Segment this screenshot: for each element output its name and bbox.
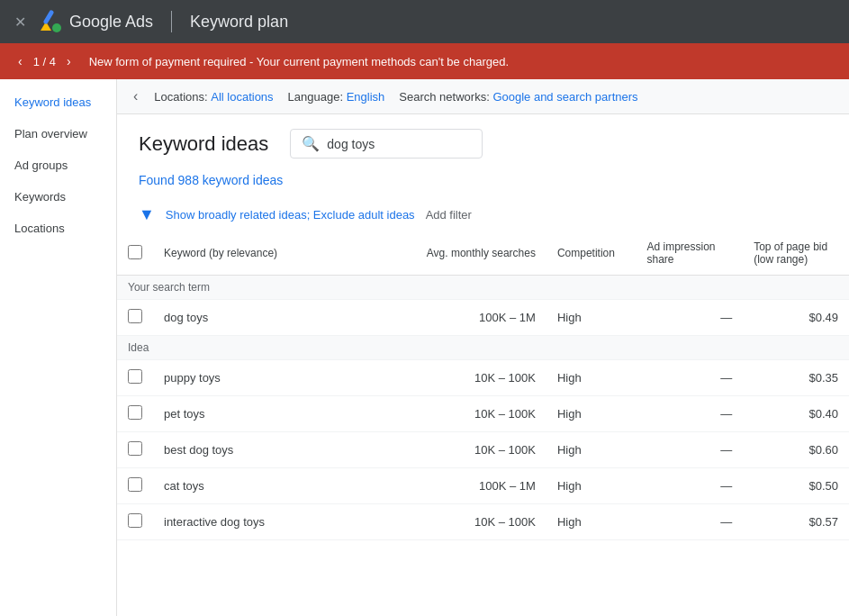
locations-filter: Locations: All locations [154, 90, 273, 104]
table-section-header: Your search term [117, 276, 849, 300]
alert-message: New form of payment required - Your curr… [89, 55, 509, 68]
row-checkbox[interactable] [128, 369, 142, 384]
search-input[interactable] [327, 137, 471, 151]
row-keyword: pet toys [153, 396, 405, 432]
row-avg-searches: 10K – 100K [405, 504, 546, 540]
page-title-topbar: Keyword plan [190, 13, 288, 32]
table-row: puppy toys 10K – 100K High — $0.35 [117, 360, 849, 396]
row-keyword: cat toys [153, 468, 405, 504]
row-ad-impression: — [636, 300, 743, 336]
main-layout: Keyword ideas Plan overview Ad groups Ke… [0, 79, 849, 616]
row-competition: High [546, 396, 637, 432]
row-competition: High [546, 432, 637, 468]
row-avg-searches: 10K – 100K [405, 360, 546, 396]
app-logo: Google Ads [37, 9, 153, 34]
sidebar-item-keyword-ideas[interactable]: Keyword ideas [0, 86, 116, 118]
row-keyword: interactive dog toys [153, 504, 405, 540]
locations-value[interactable]: All locations [211, 90, 273, 104]
content-area: ‹ Locations: All locations Language: Eng… [117, 79, 849, 616]
row-checkbox[interactable] [128, 405, 142, 420]
search-box[interactable]: 🔍 [290, 129, 483, 159]
alert-navigation: ‹ 1 / 4 › [14, 52, 75, 70]
row-keyword: puppy toys [153, 360, 405, 396]
section-label: Your search term [117, 276, 849, 300]
row-top-bid: $0.40 [743, 396, 849, 432]
header-avg-searches: Avg. monthly searches [405, 231, 546, 276]
row-checkbox-cell [117, 300, 153, 336]
results-count: Found 988 keyword ideas [117, 166, 849, 198]
top-bar: ✕ Google Ads Keyword plan [0, 0, 849, 43]
row-ad-impression: — [636, 468, 743, 504]
language-filter: Language: English [288, 90, 385, 104]
language-value[interactable]: English [347, 90, 385, 104]
row-competition: High [546, 300, 637, 336]
sidebar: Keyword ideas Plan overview Ad groups Ke… [0, 79, 117, 616]
row-top-bid: $0.49 [743, 300, 849, 336]
sidebar-item-ad-groups[interactable]: Ad groups [0, 149, 116, 181]
row-ad-impression: — [636, 396, 743, 432]
alert-pagination: 1 / 4 [33, 55, 56, 68]
filter-row: ▼ Show broadly related ideas; Exclude ad… [117, 198, 849, 231]
header-ad-impression: Ad impression share [636, 231, 743, 276]
search-networks-value[interactable]: Google and search partners [492, 90, 637, 104]
filter-link[interactable]: Show broadly related ideas; Exclude adul… [166, 208, 415, 222]
google-ads-logo-icon [37, 9, 62, 34]
table-row: best dog toys 10K – 100K High — $0.60 [117, 432, 849, 468]
row-checkbox[interactable] [128, 441, 142, 456]
select-all-checkbox[interactable] [128, 245, 142, 259]
sidebar-item-keywords[interactable]: Keywords [0, 181, 116, 213]
row-checkbox-cell [117, 504, 153, 540]
header-competition: Competition [546, 231, 637, 276]
header-top-bid: Top of page bid (low range) [743, 231, 849, 276]
sidebar-item-plan-overview[interactable]: Plan overview [0, 118, 116, 149]
row-competition: High [546, 468, 637, 504]
page-header: Keyword ideas 🔍 [117, 114, 849, 166]
row-avg-searches: 100K – 1M [405, 300, 546, 336]
table-row: cat toys 100K – 1M High — $0.50 [117, 468, 849, 504]
keyword-table: Keyword (by relevance) Avg. monthly sear… [117, 231, 849, 540]
row-ad-impression: — [636, 360, 743, 396]
row-checkbox[interactable] [128, 513, 142, 528]
filter-bar: ‹ Locations: All locations Language: Eng… [117, 79, 849, 114]
row-avg-searches: 100K – 1M [405, 468, 546, 504]
alert-next-button[interactable]: › [63, 52, 75, 70]
table-section-header: Idea [117, 336, 849, 360]
section-label: Idea [117, 336, 849, 360]
table-row: pet toys 10K – 100K High — $0.40 [117, 396, 849, 432]
row-top-bid: $0.35 [743, 360, 849, 396]
page-title: Keyword ideas [139, 132, 268, 156]
row-checkbox-cell [117, 432, 153, 468]
table-row: interactive dog toys 10K – 100K High — $… [117, 504, 849, 540]
svg-line-2 [46, 13, 51, 22]
row-competition: High [546, 504, 637, 540]
row-keyword: dog toys [153, 300, 405, 336]
title-divider [171, 11, 172, 32]
row-ad-impression: — [636, 504, 743, 540]
row-avg-searches: 10K – 100K [405, 432, 546, 468]
search-networks-filter: Search networks: Google and search partn… [399, 90, 637, 104]
row-keyword: best dog toys [153, 432, 405, 468]
svg-point-1 [52, 23, 61, 32]
row-ad-impression: — [636, 432, 743, 468]
header-checkbox-cell [117, 231, 153, 276]
row-checkbox[interactable] [128, 309, 142, 323]
row-checkbox[interactable] [128, 477, 142, 492]
row-avg-searches: 10K – 100K [405, 396, 546, 432]
sidebar-item-locations[interactable]: Locations [0, 213, 116, 244]
alert-bar: ‹ 1 / 4 › New form of payment required -… [0, 43, 849, 79]
row-checkbox-cell [117, 360, 153, 396]
filter-toggle-button[interactable]: ‹ [131, 86, 140, 106]
alert-prev-button[interactable]: ‹ [14, 52, 26, 70]
header-keyword: Keyword (by relevance) [153, 231, 405, 276]
row-checkbox-cell [117, 468, 153, 504]
table-row: dog toys 100K – 1M High — $0.49 [117, 300, 849, 336]
add-filter-button[interactable]: Add filter [426, 208, 472, 222]
row-top-bid: $0.50 [743, 468, 849, 504]
row-top-bid: $0.60 [743, 432, 849, 468]
row-top-bid: $0.57 [743, 504, 849, 540]
row-checkbox-cell [117, 396, 153, 432]
row-competition: High [546, 360, 637, 396]
close-button[interactable]: ✕ [14, 14, 26, 31]
search-icon: 🔍 [302, 135, 320, 152]
funnel-icon: ▼ [139, 205, 155, 224]
